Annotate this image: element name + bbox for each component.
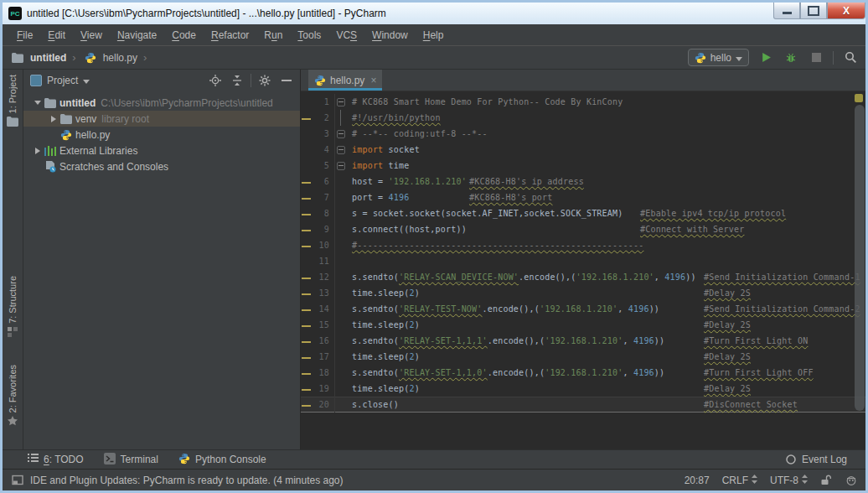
toolwindow-button-label: 2: Favorites bbox=[8, 365, 18, 413]
code-line-18: 18s.sendto('RELAY-SET-1,1,0'.encode(),('… bbox=[301, 365, 865, 381]
toolbar-separator bbox=[833, 51, 834, 65]
menu-item-vcs[interactable]: VCS bbox=[328, 29, 364, 41]
tree-item-venv[interactable]: venvlibrary root bbox=[23, 111, 300, 127]
toolwindow-button-favorites[interactable]: 2: Favorites bbox=[3, 365, 23, 428]
code-text: #!/usr/bin/python bbox=[349, 110, 865, 126]
collapse-all-button[interactable] bbox=[229, 72, 245, 89]
fold-marker-icon[interactable] bbox=[337, 98, 345, 106]
tree-item-external-libraries[interactable]: External Libraries bbox=[23, 143, 300, 158]
warning-stripe-mark[interactable] bbox=[302, 341, 311, 343]
menu-item-help[interactable]: Help bbox=[416, 29, 452, 41]
code-line-20: 20s.close()#DisConnect Socket bbox=[301, 397, 865, 413]
warning-stripe-mark[interactable] bbox=[302, 325, 311, 327]
fold-gutter bbox=[334, 126, 349, 142]
warning-stripe-mark[interactable] bbox=[302, 278, 311, 279]
tab-close-icon[interactable]: × bbox=[370, 75, 376, 86]
chevron-right-icon: › bbox=[72, 51, 75, 64]
pycharm-window: PC untitled [C:\Users\ibm\PycharmProject… bbox=[0, 0, 868, 493]
tree-item-hello-py[interactable]: hello.py bbox=[23, 127, 300, 143]
toolwindow-toggle-icon[interactable] bbox=[11, 472, 23, 489]
toolwindow-button-structure[interactable]: 7: Structure bbox=[3, 276, 23, 339]
warning-stripe-mark[interactable] bbox=[302, 118, 311, 120]
chevron-right-icon[interactable] bbox=[32, 148, 43, 154]
run-button[interactable] bbox=[757, 49, 774, 66]
warning-stripe-mark[interactable] bbox=[302, 214, 311, 215]
lock-icon[interactable] bbox=[820, 472, 832, 489]
menu-item-tools[interactable]: Tools bbox=[290, 29, 328, 41]
settings-gear-button[interactable] bbox=[256, 72, 273, 89]
inspection-indicator[interactable] bbox=[855, 94, 863, 102]
stop-button[interactable] bbox=[808, 49, 824, 66]
menu-item-run[interactable]: Run bbox=[256, 29, 290, 41]
warning-stripe-mark[interactable] bbox=[302, 389, 311, 391]
fold-gutter bbox=[334, 110, 349, 126]
maximize-icon bbox=[808, 6, 819, 16]
breadcrumb: untitled › hello.py › bbox=[9, 49, 148, 66]
locate-file-button[interactable] bbox=[207, 72, 224, 89]
tree-item-untitled[interactable]: untitledC:\Users\ibm\PycharmProjects\unt… bbox=[23, 95, 300, 111]
hector-inspector-icon[interactable] bbox=[845, 472, 857, 489]
close-button[interactable]: X bbox=[827, 3, 865, 19]
line-separator-widget[interactable]: CRLF bbox=[722, 475, 757, 486]
warning-stripe-mark[interactable] bbox=[302, 246, 311, 247]
chevron-down-icon[interactable] bbox=[83, 75, 90, 86]
encoding-widget[interactable]: UTF-8 bbox=[770, 475, 808, 486]
project-panel-title[interactable]: Project bbox=[47, 75, 78, 86]
menu-item-code[interactable]: Code bbox=[164, 29, 204, 41]
code-text: s = socket.socket(socket.AF_INET,socket.… bbox=[349, 205, 865, 221]
warning-stripe-mark[interactable] bbox=[302, 357, 311, 359]
warning-stripe-mark[interactable] bbox=[302, 405, 311, 407]
toolbar-separator bbox=[251, 74, 251, 87]
event-log-button[interactable]: Event Log bbox=[785, 454, 847, 465]
code-text: import time bbox=[349, 158, 865, 174]
menu-item-navigate[interactable]: Navigate bbox=[110, 29, 164, 41]
fold-gutter bbox=[334, 142, 349, 158]
toolwindow-button-6-todo[interactable]: 6: TODO bbox=[28, 454, 84, 465]
code-text: import socket bbox=[349, 142, 865, 158]
maximize-button[interactable] bbox=[800, 3, 827, 19]
fold-marker-icon[interactable] bbox=[337, 146, 345, 154]
chevron-down-icon[interactable] bbox=[32, 101, 43, 105]
tree-item-label: External Libraries bbox=[59, 145, 137, 157]
tree-item-suffix: library root bbox=[101, 113, 149, 125]
search-everywhere-button[interactable] bbox=[842, 49, 859, 66]
menu-item-window[interactable]: Window bbox=[364, 29, 416, 41]
status-message: IDE and Plugin Updates: PyCharm is ready… bbox=[30, 475, 344, 486]
menu-item-file[interactable]: File bbox=[9, 29, 40, 41]
editor-scrollbar[interactable] bbox=[854, 105, 865, 411]
breadcrumb-project[interactable]: untitled bbox=[30, 52, 66, 64]
close-icon: X bbox=[843, 5, 850, 17]
warning-stripe-mark[interactable] bbox=[302, 309, 311, 311]
warning-stripe-mark[interactable] bbox=[302, 230, 311, 231]
menu-item-view[interactable]: View bbox=[73, 29, 110, 41]
caret-position[interactable]: 20:87 bbox=[685, 475, 710, 486]
warning-stripe-mark[interactable] bbox=[302, 198, 311, 200]
inline-comment: #Connect with Server bbox=[640, 221, 744, 237]
toolwindow-button-terminal[interactable]: Terminal bbox=[104, 453, 158, 467]
editor-body[interactable]: 1# KC868 Smart Home Demo For Python-- Co… bbox=[301, 91, 865, 449]
fold-marker-icon[interactable] bbox=[337, 130, 345, 138]
menu-item-refactor[interactable]: Refactor bbox=[204, 29, 256, 41]
inline-comment: #Turn First Light ON bbox=[704, 333, 808, 349]
hide-panel-button[interactable] bbox=[278, 72, 295, 89]
debug-button[interactable] bbox=[783, 49, 799, 66]
chevron-right-icon[interactable] bbox=[48, 116, 59, 122]
warning-stripe-mark[interactable] bbox=[302, 373, 311, 375]
fold-marker-icon[interactable] bbox=[337, 162, 345, 170]
warning-stripe-mark[interactable] bbox=[302, 293, 311, 295]
toolwindow-button-project[interactable]: 1: Project bbox=[3, 75, 23, 128]
toolwindow-button-python-console[interactable]: Python Console bbox=[178, 453, 266, 467]
breadcrumb-file[interactable]: hello.py bbox=[103, 52, 137, 64]
scrollbar-thumb[interactable] bbox=[855, 105, 865, 411]
code-text: s.sendto('RELAY-SET-1,1,0'.encode(),('19… bbox=[349, 365, 865, 381]
line-number: 5 bbox=[301, 158, 329, 174]
inline-comment: #KC868-H8's port bbox=[469, 189, 553, 205]
warning-stripe-mark[interactable] bbox=[302, 182, 311, 184]
tab-hello-py[interactable]: hello.py × bbox=[308, 70, 382, 91]
minimize-button[interactable] bbox=[773, 3, 800, 19]
inline-comment: #Delay 2S bbox=[704, 285, 751, 301]
menu-item-edit[interactable]: Edit bbox=[40, 29, 73, 41]
run-config-combo[interactable]: hello bbox=[688, 49, 749, 66]
tree-item-scratches-and-consoles[interactable]: Scratches and Consoles bbox=[23, 158, 300, 174]
inline-comment: #DisConnect Socket bbox=[704, 397, 798, 413]
